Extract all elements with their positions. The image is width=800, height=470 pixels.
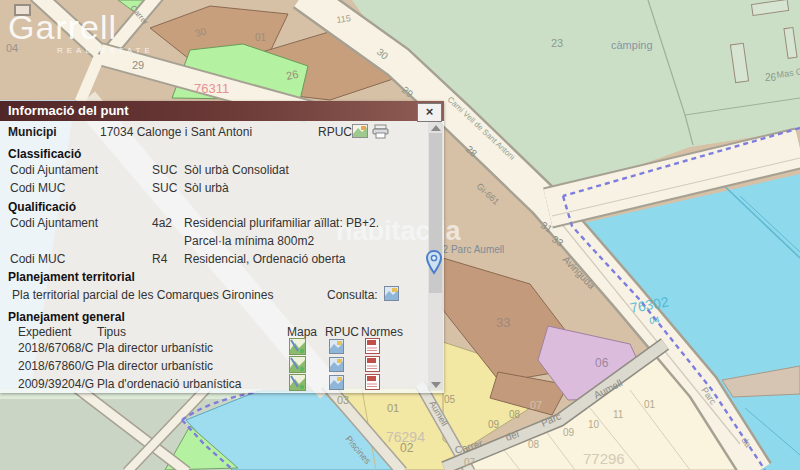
table-row-expedient[interactable]: 2018/67860/G: [18, 359, 94, 373]
qual-ajuntament-desc: Residencial plurifamiliar aïllat: PB+2.: [184, 216, 379, 230]
class-muc-code: SUC: [152, 181, 177, 195]
rpuc-doc-icon[interactable]: [329, 339, 344, 357]
ref-number: 77296: [583, 450, 625, 467]
ref-number: 76311: [194, 81, 229, 96]
col-expedient: Expedient: [18, 325, 71, 339]
territorial-value: Pla territorial parcial de les Comarques…: [12, 288, 273, 302]
parcel-number: 04: [649, 314, 661, 326]
parcel-number: 26: [285, 68, 299, 82]
qual-ajuntament-code: 4a2: [152, 216, 172, 230]
parcel-number: 03: [337, 394, 349, 406]
mapa-doc-icon[interactable]: [289, 356, 306, 376]
area-label: càmping: [611, 39, 653, 51]
parcel-number: 07: [464, 457, 476, 468]
parcel-number: 115: [336, 13, 352, 25]
parcel-number: 09: [488, 419, 500, 430]
map-viewer: 04 29 30 01 76311 26 115 Carrer 30 29 23…: [0, 0, 800, 470]
col-tipus: Tipus: [97, 325, 126, 339]
parcel-number: 01: [644, 399, 656, 410]
normes-pdf-icon[interactable]: [365, 338, 380, 357]
close-icon[interactable]: ×: [417, 103, 442, 122]
territorial-heading: Planejament territorial: [8, 270, 135, 284]
info-panel: Informació del punt × Municipi 17034 Cal…: [0, 101, 444, 393]
parcel-number: 09: [563, 427, 575, 438]
rpuc-doc-icon[interactable]: [329, 357, 344, 375]
scroll-up-icon[interactable]: [431, 125, 441, 131]
parcel-number: 01: [387, 402, 399, 414]
mapa-doc-icon[interactable]: [289, 374, 306, 394]
class-ajuntament-code: SUC: [152, 163, 177, 177]
normes-pdf-icon[interactable]: [365, 356, 380, 375]
codi-muc-label: Codi MUC: [10, 252, 65, 266]
parcel-number: 26: [765, 72, 777, 83]
parcel-number: 08: [509, 409, 521, 420]
codi-ajuntament-label: Codi Ajuntament: [10, 216, 98, 230]
classificacio-heading: Classificació: [8, 147, 81, 161]
table-row-expedient[interactable]: 2009/39204/G: [18, 377, 94, 391]
table-row-tipus: Pla director urbanístic: [97, 341, 213, 355]
class-ajuntament-desc: Sòl urbà Consolidat: [184, 163, 289, 177]
table-row-tipus: Pla director urbanístic: [97, 359, 213, 373]
parcel-number: 01: [255, 32, 267, 43]
brand-logo: Garrell: [8, 10, 117, 44]
brand-tagline: REAL ESTATE: [57, 46, 154, 55]
scroll-down-icon[interactable]: [431, 382, 441, 388]
general-heading: Planejament general: [8, 310, 125, 324]
rpuc-doc-icon[interactable]: [329, 375, 344, 393]
ref-number: 76294: [386, 429, 425, 445]
normes-pdf-icon[interactable]: [365, 374, 380, 393]
location-pin-icon: [425, 249, 443, 281]
mapa-doc-icon[interactable]: [289, 338, 306, 358]
parcel-number: 06: [595, 356, 609, 370]
parcel-number: 11: [613, 409, 624, 420]
qual-muc-desc: Residencial, Ordenació oberta: [184, 252, 345, 266]
parcel-number: 23: [551, 37, 563, 49]
codi-ajuntament-label: Codi Ajuntament: [10, 163, 98, 177]
municipi-value: 17034 Calonge i Sant Antoni: [100, 125, 252, 139]
col-mapa: Mapa: [287, 325, 317, 339]
col-rpuc: RPUC: [325, 325, 359, 339]
qualificacio-heading: Qualificació: [8, 200, 76, 214]
consulta-icon[interactable]: [384, 286, 399, 304]
parcel-number: 29: [132, 59, 144, 71]
codi-muc-label: Codi MUC: [10, 181, 65, 195]
qual-muc-code: R4: [152, 252, 167, 266]
table-row-tipus: Pla d'ordenació urbanística: [97, 377, 241, 391]
parcel-number: 33: [496, 315, 510, 330]
rpuc-label: RPUC:: [318, 125, 355, 139]
consulta-label: Consulta:: [327, 288, 378, 302]
print-icon[interactable]: [372, 124, 389, 142]
table-row-expedient[interactable]: 2018/67068/C: [18, 341, 93, 355]
municipi-label: Municipi: [8, 125, 57, 139]
panel-title: Informació del punt: [0, 101, 444, 121]
parcel-number: 08: [528, 439, 540, 450]
parcel-number: 07: [530, 399, 542, 411]
class-muc-desc: Sòl urbà: [184, 181, 229, 195]
parcel-number: 10: [588, 419, 600, 430]
rpuc-map-icon[interactable]: [352, 124, 368, 141]
col-normes: Normes: [361, 325, 403, 339]
qual-ajuntament-desc2: Parcel·la mínima 800m2: [184, 234, 314, 248]
parcel-number: 05: [444, 394, 456, 405]
